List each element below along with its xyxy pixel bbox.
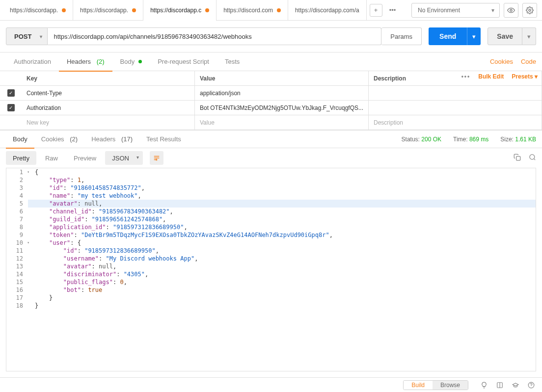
code-line[interactable]: 17 } <box>6 294 536 302</box>
code-link[interactable]: Code <box>521 58 536 65</box>
tab-prerequest[interactable]: Pre-request Script <box>150 52 217 71</box>
line-number: 4 <box>6 192 28 200</box>
code-line[interactable]: 1{ <box>6 168 536 176</box>
bulk-edit-link[interactable]: Bulk Edit <box>478 73 504 80</box>
code-line[interactable]: 5 "avatar": null, <box>6 200 536 208</box>
response-tab-body[interactable]: Body <box>6 131 34 148</box>
build-mode-button[interactable]: Build <box>404 381 433 390</box>
code-line[interactable]: 8 "application_id": "918597312836689950"… <box>6 223 536 231</box>
line-number: 6 <box>6 208 28 215</box>
checked-icon: ✓ <box>7 104 15 111</box>
header-row-checkbox[interactable]: ✓ <box>0 86 22 101</box>
code-line[interactable]: 11 "id": "918597312836689950", <box>6 247 536 255</box>
code-line[interactable]: 12 "username": "My Discord webhooks App"… <box>6 255 536 262</box>
header-value-cell[interactable]: application/json <box>195 86 369 101</box>
code-line[interactable]: 18} <box>6 302 536 310</box>
cookies-link[interactable]: Cookies <box>490 58 513 65</box>
environment-select[interactable]: No Environment <box>411 3 500 18</box>
view-environment-icon[interactable] <box>504 3 518 18</box>
method-select[interactable]: POST <box>6 27 48 45</box>
tab-0[interactable]: https://discordapp. <box>3 0 73 21</box>
view-pretty-button[interactable]: Pretty <box>6 151 36 165</box>
save-button[interactable]: Save <box>488 27 522 45</box>
line-number: 3 <box>6 184 28 192</box>
copy-icon[interactable] <box>514 154 521 162</box>
response-tabs: Body Cookies (2) Headers (17) Test Resul… <box>0 131 542 148</box>
environment-area: No Environment <box>406 3 542 18</box>
view-preview-button[interactable]: Preview <box>67 151 103 165</box>
browse-mode-button[interactable]: Browse <box>433 381 468 390</box>
tab-body[interactable]: Body <box>112 52 150 71</box>
svg-rect-4 <box>516 157 520 160</box>
settings-gear-icon[interactable] <box>522 3 537 18</box>
learning-icon[interactable] <box>510 379 521 391</box>
response-tab-cookies[interactable]: Cookies (2) <box>34 131 84 148</box>
presets-link[interactable]: Presets ▾ <box>512 73 538 80</box>
send-dropdown-button[interactable]: ▾ <box>467 27 481 45</box>
save-dropdown-button[interactable]: ▾ <box>522 27 536 45</box>
url-input[interactable] <box>48 27 381 45</box>
search-icon[interactable] <box>529 154 536 162</box>
wrap-lines-icon[interactable] <box>150 151 163 165</box>
format-select[interactable]: JSON <box>105 151 143 165</box>
header-description-cell[interactable] <box>369 101 542 115</box>
line-number: 5 <box>6 200 28 208</box>
env-label: No Environment <box>418 7 460 14</box>
checkbox-col-head <box>0 71 22 86</box>
params-button[interactable]: Params <box>381 27 422 45</box>
code-line[interactable]: 14 "discriminator": "4305", <box>6 270 536 278</box>
body-indicator-icon <box>138 60 142 63</box>
header-key-cell[interactable]: Authorization <box>22 101 195 115</box>
tab-4[interactable]: https://discordapp.com/a <box>288 0 367 21</box>
tab-3[interactable]: https://discord.com <box>217 0 288 21</box>
tabs-overflow-button[interactable]: ••• <box>382 6 403 14</box>
line-number: 13 <box>6 262 28 270</box>
header-description-cell[interactable] <box>369 86 542 101</box>
tab-2-active[interactable]: https://discordapp.c <box>143 0 217 21</box>
line-number: 15 <box>6 278 28 286</box>
header-value-cell[interactable]: Bot OTE4NTk3MzEyODM2Njg5OTUw.YbJkag.F_Vr… <box>195 101 369 115</box>
svg-line-6 <box>534 159 536 160</box>
panel-icon[interactable] <box>494 379 506 391</box>
code-line[interactable]: 9 "token": "DeYtBr9m5TDqzMycF1S9EXOsa0Tb… <box>6 231 536 239</box>
code-line[interactable]: 15 "public_flags": 0, <box>6 278 536 286</box>
new-description-input[interactable]: Description <box>369 115 542 130</box>
tab-label: https://discordapp. <box>80 7 128 14</box>
header-row-checkbox-empty[interactable] <box>0 115 22 130</box>
header-key-cell[interactable]: Content-Type <box>22 86 195 101</box>
tab-authorization[interactable]: Authorization <box>6 52 59 71</box>
more-options-icon[interactable]: ••• <box>461 73 471 80</box>
code-line[interactable]: 16 "bot": true <box>6 286 536 294</box>
checked-icon: ✓ <box>7 89 15 97</box>
code-line[interactable]: 6 "channel_id": "918596783490363482", <box>6 208 536 215</box>
response-tab-test-results[interactable]: Test Results <box>139 131 188 148</box>
code-line[interactable]: 4 "name": "my test webhook", <box>6 192 536 200</box>
new-key-input[interactable]: New key <box>22 115 195 130</box>
code-line[interactable]: 7 "guild_id": "918596561242574868", <box>6 215 536 223</box>
line-number: 18 <box>6 302 28 310</box>
send-button[interactable]: Send <box>429 27 467 45</box>
tab-headers[interactable]: Headers (2) <box>59 52 112 71</box>
dirty-dot-icon <box>205 8 209 12</box>
response-body-code[interactable]: 1{2 "type": 1,3 "id": "91860145857483577… <box>6 168 536 371</box>
response-tab-headers[interactable]: Headers (17) <box>84 131 139 148</box>
help-icon[interactable] <box>525 379 537 391</box>
new-tab-button[interactable]: + <box>370 4 382 17</box>
tab-tests[interactable]: Tests <box>217 52 247 71</box>
line-number: 12 <box>6 255 28 262</box>
description-col-head: Description ••• Bulk Edit Presets ▾ <box>369 71 542 86</box>
subtabs-right: Cookies Code <box>490 58 536 65</box>
dirty-dot-icon <box>132 8 136 12</box>
code-line[interactable]: 13 "avatar": null, <box>6 262 536 270</box>
key-col-head: Key <box>22 71 195 86</box>
code-line[interactable]: 2 "type": 1, <box>6 176 536 184</box>
lightbulb-icon[interactable] <box>478 379 490 391</box>
bottombar: Build Browse <box>0 377 542 392</box>
request-subtabs: Authorization Headers (2) Body Pre-reque… <box>0 52 542 71</box>
view-raw-button[interactable]: Raw <box>38 151 65 165</box>
code-line[interactable]: 3 "id": "918601458574835772", <box>6 184 536 192</box>
new-value-input[interactable]: Value <box>195 115 369 130</box>
header-row-checkbox[interactable]: ✓ <box>0 101 22 115</box>
code-line[interactable]: 10 "user": { <box>6 239 536 247</box>
tab-1[interactable]: https://discordapp. <box>73 0 143 21</box>
